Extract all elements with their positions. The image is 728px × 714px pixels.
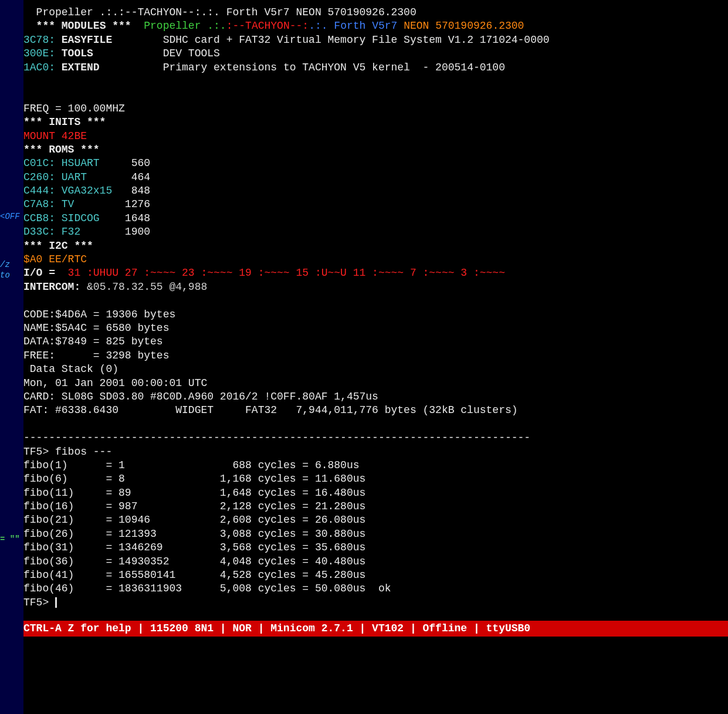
card-line: CARD: SL08G SD03.80 #8C0D.A960 2016/2 !C…: [23, 390, 728, 404]
module-tools: 300E: TOOLS DEV TOOLS: [23, 47, 728, 60]
fibo-row: fibo(36) = 14930352 4,048 cycles = 40.48…: [23, 555, 728, 569]
margin-eq: = "": [0, 534, 20, 544]
roms-label: *** ROMS ***: [23, 143, 728, 157]
rom-tv: C7A8: TV 1276: [23, 198, 728, 211]
date-line: Mon, 01 Jan 2001 00:00:01 UTC: [23, 377, 728, 390]
rom-sidcog: CCB8: SIDCOG 1648: [23, 212, 728, 225]
fat-line: FAT: #6338.6430 WIDGET FAT32 7,944,011,7…: [23, 404, 728, 417]
rom-vga: C444: VGA32x15 848: [23, 184, 728, 198]
prompt-fibos: TF5> fibos ---: [23, 445, 728, 459]
fibo-row: fibo(6) = 8 1,168 cycles = 11.680us: [23, 472, 728, 486]
left-sidebar: <OFF /z to = "": [0, 0, 23, 714]
i2c-label: *** I2C ***: [23, 239, 728, 253]
mem-code: CODE:$4D6A = 19306 bytes: [23, 308, 728, 322]
fibo-row: fibo(26) = 121393 3,088 cycles = 30.880u…: [23, 527, 728, 541]
io-line: I/O = 31 :UHUU 27 :~~~~ 23 :~~~~ 19 :~~~…: [23, 266, 728, 280]
fibo-row: fibo(21) = 10946 2,608 cycles = 26.080us: [23, 513, 728, 527]
mem-name: NAME:$5A4C = 6580 bytes: [23, 322, 728, 335]
cursor: [55, 597, 57, 608]
status-bar: CTRL-A Z for help | 115200 8N1 | NOR | M…: [23, 621, 728, 637]
mem-free: FREE: = 3298 bytes: [23, 349, 728, 363]
terminal-output[interactable]: Propeller .:.:--TACHYON--:.:. Forth V5r7…: [0, 0, 728, 610]
stack-line: Data Stack (0): [23, 363, 728, 376]
fibo-row: fibo(41) = 165580141 4,528 cycles = 45.2…: [23, 569, 728, 582]
rom-uart: C260: UART 464: [23, 171, 728, 184]
inits-label: *** INITS ***: [23, 116, 728, 129]
separator: ----------------------------------------…: [23, 431, 728, 445]
fibo-row: fibo(11) = 89 1,648 cycles = 16.480us: [23, 486, 728, 500]
margin-off: <OFF: [0, 211, 20, 222]
i2c-device: $A0 EE/RTC: [23, 253, 728, 266]
margin-tz: /z to: [0, 259, 23, 280]
fibo-row: fibo(31) = 1346269 3,568 cycles = 35.680…: [23, 541, 728, 554]
fibo-row: fibo(46) = 1836311903 5,008 cycles = 50.…: [23, 582, 728, 595]
rom-f32: D33C: F32 1900: [23, 225, 728, 239]
modules-header: *** MODULES *** Propeller .:.:--TACHYON-…: [23, 19, 728, 33]
fibo-row: fibo(16) = 987 2,128 cycles = 21.280us: [23, 500, 728, 513]
module-extend: 1AC0: EXTEND Primary extensions to TACHY…: [23, 61, 728, 75]
rom-hsuart: C01C: HSUART 560: [23, 157, 728, 170]
prompt-current[interactable]: TF5>: [23, 596, 728, 610]
header-line: Propeller .:.:--TACHYON--:.:. Forth V5r7…: [23, 6, 728, 19]
mount-line: MOUNT 42BE: [23, 130, 728, 143]
mem-data: DATA:$7849 = 825 bytes: [23, 335, 728, 348]
fibo-row: fibo(1) = 1 688 cycles = 6.880us: [23, 459, 728, 472]
intercom-line: INTERCOM: &05.78.32.55 @4,988: [23, 280, 728, 294]
freq-line: FREQ = 100.00MHZ: [23, 102, 728, 116]
module-easyfile: 3C78: EASYFILE SDHC card + FAT32 Virtual…: [23, 33, 728, 47]
